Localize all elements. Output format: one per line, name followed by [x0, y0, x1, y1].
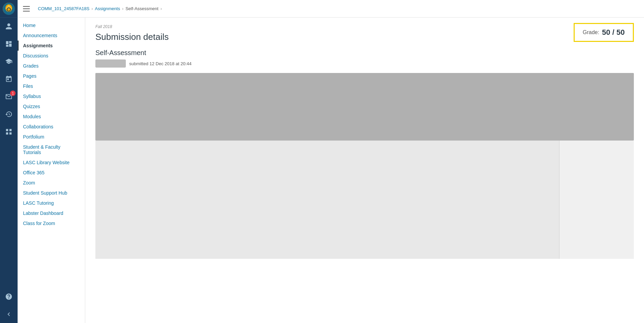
main-wrapper: COMM_101_24587FA18S › Assignments › Self… — [18, 0, 644, 323]
submitted-info: submitted 12 Dec 2018 at 20:44 — [95, 59, 634, 68]
submitted-text: submitted 12 Dec 2018 at 20:44 — [129, 61, 191, 66]
semester-label: Fall 2018 — [95, 24, 634, 29]
nav-files[interactable]: Files — [18, 81, 85, 91]
breadcrumb-sep3: › — [160, 6, 162, 11]
nav-history[interactable] — [0, 105, 18, 123]
assignment-title: Self-Assessment — [95, 49, 634, 57]
content-area: Home Announcements Assignments Discussio… — [18, 18, 644, 323]
nav-logo[interactable] — [0, 0, 18, 18]
nav-collapse[interactable] — [0, 305, 18, 323]
breadcrumb: COMM_101_24587FA18S › Assignments › Self… — [38, 6, 162, 11]
grade-value: 50 / 50 — [602, 28, 625, 37]
nav-labster-dashboard[interactable]: Labster Dashboard — [18, 208, 85, 218]
nav-help[interactable] — [0, 288, 18, 305]
nav-commons[interactable] — [0, 123, 18, 141]
submission-lower-right — [559, 141, 634, 259]
topbar: COMM_101_24587FA18S › Assignments › Self… — [18, 0, 644, 18]
nav-discussions[interactable]: Discussions — [18, 51, 85, 61]
nav-modules[interactable]: Modules — [18, 111, 85, 122]
nav-assignments[interactable]: Assignments — [18, 41, 85, 51]
submission-preview — [95, 73, 634, 141]
nav-home[interactable]: Home — [18, 20, 85, 30]
nav-pages[interactable]: Pages — [18, 71, 85, 81]
breadcrumb-course[interactable]: COMM_101_24587FA18S — [38, 6, 89, 11]
hamburger-button[interactable] — [23, 3, 34, 14]
submission-lower-left — [95, 141, 559, 259]
main-content: Grade: 50 / 50 Fall 2018 Submission deta… — [85, 18, 644, 323]
course-nav: Home Announcements Assignments Discussio… — [18, 18, 85, 323]
nav-syllabus[interactable]: Syllabus — [18, 91, 85, 101]
nav-inbox[interactable]: 1 — [0, 88, 18, 105]
breadcrumb-current: Self-Assessment — [125, 6, 159, 11]
breadcrumb-sep2: › — [122, 6, 123, 11]
nav-zoom[interactable]: Zoom — [18, 178, 85, 188]
nav-portfolium[interactable]: Portfolium — [18, 132, 85, 142]
grade-box: Grade: 50 / 50 — [574, 23, 634, 42]
submission-lower — [95, 141, 634, 259]
breadcrumb-assignments[interactable]: Assignments — [95, 6, 120, 11]
nav-office365[interactable]: Office 365 — [18, 168, 85, 178]
nav-announcements[interactable]: Announcements — [18, 30, 85, 41]
nav-student-faculty-tutorials[interactable]: Student & Faculty Tutorials — [18, 142, 85, 157]
grade-label: Grade: — [583, 29, 599, 35]
nav-calendar[interactable] — [0, 70, 18, 88]
page-title: Submission details — [95, 32, 634, 42]
nav-collaborations[interactable]: Collaborations — [18, 122, 85, 132]
nav-lasc-tutoring[interactable]: LASC Tutoring — [18, 198, 85, 208]
nav-class-for-zoom[interactable]: Class for Zoom — [18, 218, 85, 228]
logo-icon — [3, 3, 15, 15]
avatar-placeholder — [95, 59, 126, 68]
nav-lasc-library[interactable]: LASC Library Website — [18, 157, 85, 168]
nav-student-support-hub[interactable]: Student Support Hub — [18, 188, 85, 198]
nav-account[interactable] — [0, 18, 18, 35]
breadcrumb-sep1: › — [91, 6, 93, 11]
nav-dashboard[interactable] — [0, 35, 18, 53]
svg-point-4 — [7, 8, 10, 11]
inbox-badge: 1 — [10, 91, 16, 96]
nav-bottom — [0, 288, 18, 323]
nav-courses[interactable] — [0, 53, 18, 70]
nav-quizzes[interactable]: Quizzes — [18, 101, 85, 111]
nav-grades[interactable]: Grades — [18, 61, 85, 71]
global-nav: 1 — [0, 0, 18, 323]
